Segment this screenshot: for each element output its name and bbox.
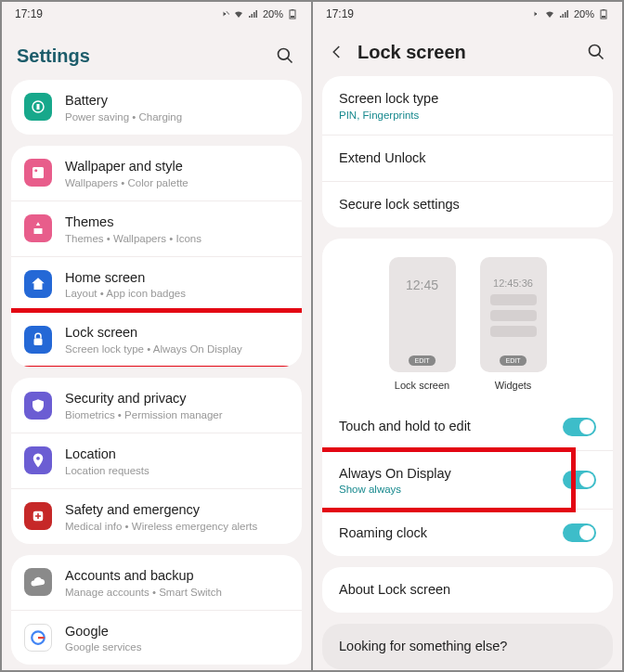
- item-title: Secure lock settings: [339, 196, 596, 213]
- item-title: Accounts and backup: [65, 567, 289, 585]
- settings-header: Settings: [2, 26, 311, 80]
- phone-left: 17:19 20% Settings BatteryPower saving •…: [2, 2, 312, 670]
- status-bar: 17:19 20%: [2, 2, 311, 26]
- google-icon: [24, 624, 52, 652]
- previews-card: 12:45 EDIT Lock screen 12:45:36 EDIT Wid…: [322, 239, 613, 557]
- svg-rect-9: [34, 338, 43, 345]
- status-right: 20%: [218, 8, 298, 19]
- item-title: Security and privacy: [65, 390, 289, 407]
- item-subtitle: Themes • Wallpapers • Icons: [65, 233, 289, 244]
- lock-item-screen-lock-type[interactable]: Screen lock typePIN, Fingerprints: [322, 76, 613, 136]
- shield-icon: [24, 392, 52, 420]
- item-title: Lock screen: [65, 324, 289, 342]
- wallpaper-icon: [24, 159, 52, 187]
- preview-widgets[interactable]: 12:45:36 EDIT Widgets: [480, 257, 547, 391]
- mute-icon: [218, 8, 229, 19]
- lock-icon: [24, 326, 52, 354]
- svg-rect-1: [292, 9, 294, 10]
- svg-rect-6: [37, 104, 40, 110]
- item-title: Wallpaper and style: [65, 158, 289, 175]
- svg-point-10: [36, 457, 40, 460]
- svg-rect-2: [291, 16, 294, 18]
- svg-line-4: [288, 58, 292, 63]
- toggle-switch[interactable]: [563, 523, 596, 542]
- svg-point-16: [590, 45, 601, 57]
- settings-item-google[interactable]: GoogleGoogle services: [11, 611, 302, 666]
- about-lock-screen[interactable]: About Lock screen: [322, 567, 613, 613]
- looking-for[interactable]: Looking for something else?: [322, 624, 613, 669]
- item-subtitle: Google services: [65, 641, 289, 653]
- preview-lockscreen[interactable]: 12:45 EDIT Lock screen: [389, 257, 456, 391]
- settings-item-location[interactable]: LocationLocation requests: [11, 433, 302, 489]
- settings-item-lock-screen[interactable]: Lock screenScreen lock type • Always On …: [11, 312, 302, 367]
- item-subtitle: Biometrics • Permission manager: [65, 409, 289, 420]
- lockscreen-header: Lock screen: [313, 26, 622, 76]
- search-button[interactable]: [585, 41, 607, 63]
- lock-item-roaming-clock[interactable]: Roaming clock: [322, 510, 613, 556]
- lock-item-secure-lock-settings[interactable]: Secure lock settings: [322, 182, 613, 227]
- wifi-icon: [544, 8, 555, 19]
- svg-line-17: [599, 55, 604, 59]
- preview-row: 12:45 EDIT Lock screen 12:45:36 EDIT Wid…: [322, 239, 613, 404]
- themes-icon: [24, 214, 52, 242]
- settings-item-battery[interactable]: BatteryPower saving • Charging: [11, 80, 302, 135]
- settings-item-accounts-and-backup[interactable]: Accounts and backupManage accounts • Sma…: [11, 555, 302, 611]
- settings-item-safety-and-emergency[interactable]: Safety and emergencyMedical info • Wirel…: [11, 489, 302, 544]
- item-title: Safety and emergency: [65, 501, 289, 519]
- item-title: Location: [65, 446, 289, 463]
- about-card: About Lock screen: [322, 567, 613, 613]
- mute-icon: [529, 8, 540, 19]
- battery-icon: [287, 8, 298, 19]
- item-title: Touch and hold to edit: [339, 418, 550, 435]
- wifi-icon: [233, 8, 244, 19]
- lock-item-always-on-display[interactable]: Always On DisplayShow always: [322, 451, 613, 510]
- item-subtitle: Power saving • Charging: [65, 111, 289, 123]
- signal-icon: [248, 8, 259, 19]
- status-right: 20%: [529, 8, 609, 19]
- search-icon: [587, 43, 605, 61]
- item-title: Home screen: [65, 269, 289, 287]
- lock-type-card: Screen lock typePIN, FingerprintsExtend …: [322, 76, 613, 227]
- svg-point-3: [279, 49, 290, 60]
- item-subtitle: Manage accounts • Smart Switch: [65, 587, 289, 598]
- cloud-icon: [24, 568, 52, 596]
- lock-item-touch-and-hold-to-edit[interactable]: Touch and hold to edit: [322, 404, 613, 451]
- status-bar: 17:19 20%: [313, 2, 622, 26]
- item-subtitle: Show always: [339, 484, 550, 495]
- settings-item-home-screen[interactable]: Home screenLayout • App icon badges: [11, 257, 302, 313]
- pin-icon: [24, 446, 52, 474]
- item-title: Google: [65, 623, 289, 640]
- toggle-switch[interactable]: [563, 471, 596, 489]
- item-subtitle: Medical info • Wireless emergency alerts: [65, 521, 289, 532]
- svg-point-8: [34, 170, 37, 173]
- emergency-icon: [24, 502, 52, 530]
- settings-group: Accounts and backupManage accounts • Sma…: [11, 555, 302, 666]
- footer-card: Looking for something else?: [322, 624, 613, 669]
- edit-badge[interactable]: EDIT: [500, 355, 527, 366]
- settings-item-security-and-privacy[interactable]: Security and privacyBiometrics • Permiss…: [11, 378, 302, 433]
- settings-group: Wallpaper and styleWallpapers • Color pa…: [11, 146, 302, 367]
- search-icon: [276, 46, 294, 65]
- item-title: Themes: [65, 213, 289, 231]
- back-button[interactable]: [328, 43, 346, 61]
- settings-item-wallpaper-and-style[interactable]: Wallpaper and styleWallpapers • Color pa…: [11, 146, 302, 201]
- item-subtitle: PIN, Fingerprints: [339, 110, 596, 121]
- item-subtitle: Location requests: [65, 465, 289, 476]
- item-title: Always On Display: [339, 465, 550, 483]
- item-subtitle: Wallpapers • Color palette: [65, 177, 289, 188]
- lock-item-extend-unlock[interactable]: Extend Unlock: [322, 136, 613, 182]
- settings-item-themes[interactable]: ThemesThemes • Wallpapers • Icons: [11, 201, 302, 257]
- item-subtitle: Screen lock type • Always On Display: [65, 343, 289, 355]
- item-title: Battery: [65, 92, 289, 110]
- svg-rect-14: [603, 9, 605, 10]
- svg-rect-15: [602, 16, 605, 18]
- status-time: 17:19: [326, 7, 354, 20]
- toggle-switch[interactable]: [563, 418, 596, 436]
- home-icon: [24, 270, 52, 298]
- search-button[interactable]: [274, 45, 296, 67]
- settings-group: BatteryPower saving • Charging: [11, 80, 302, 135]
- edit-badge[interactable]: EDIT: [409, 355, 436, 366]
- battery-icon: [24, 93, 52, 121]
- page-title: Settings: [17, 45, 263, 67]
- svg-rect-7: [32, 167, 44, 178]
